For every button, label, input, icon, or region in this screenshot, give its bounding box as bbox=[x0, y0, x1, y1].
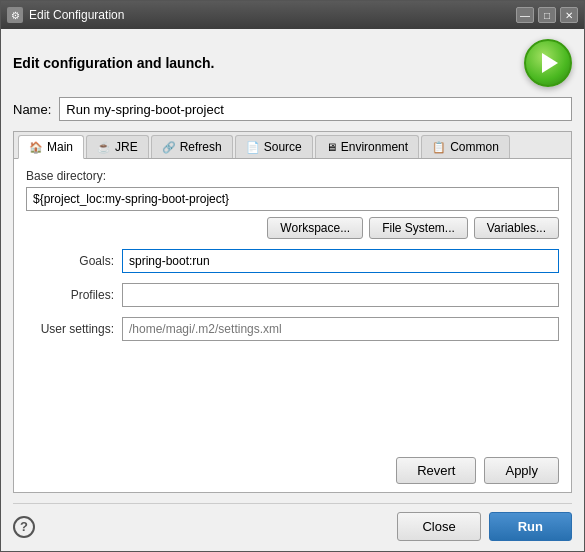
variables-button[interactable]: Variables... bbox=[474, 217, 559, 239]
base-directory-input[interactable] bbox=[26, 187, 559, 211]
user-settings-row: User settings: bbox=[26, 317, 559, 341]
run-button[interactable]: Run bbox=[489, 512, 572, 541]
action-buttons: Revert Apply bbox=[14, 451, 571, 492]
tabs-row: 🏠 Main ☕ JRE 🔗 Refresh 📄 Source 🖥 bbox=[14, 132, 571, 159]
name-row: Name: bbox=[13, 97, 572, 121]
close-window-button[interactable]: ✕ bbox=[560, 7, 578, 23]
window-body: Edit configuration and launch. Name: 🏠 M… bbox=[1, 29, 584, 503]
panel-content: Base directory: Workspace... File System… bbox=[14, 159, 571, 451]
close-button[interactable]: Close bbox=[397, 512, 480, 541]
user-settings-label: User settings: bbox=[26, 322, 114, 336]
footer-buttons: Close Run bbox=[397, 512, 572, 541]
base-directory-label: Base directory: bbox=[26, 169, 559, 183]
tab-common-label: Common bbox=[450, 140, 499, 154]
tab-environment[interactable]: 🖥 Environment bbox=[315, 135, 419, 158]
tab-main[interactable]: 🏠 Main bbox=[18, 135, 84, 159]
profiles-row: Profiles: bbox=[26, 283, 559, 307]
revert-button[interactable]: Revert bbox=[396, 457, 476, 484]
tab-refresh-label: Refresh bbox=[180, 140, 222, 154]
window-title: Edit Configuration bbox=[29, 8, 510, 22]
help-button[interactable]: ? bbox=[13, 516, 35, 538]
profiles-label: Profiles: bbox=[26, 288, 114, 302]
goals-input[interactable] bbox=[122, 249, 559, 273]
tab-jre-label: JRE bbox=[115, 140, 138, 154]
base-directory-section: Base directory: Workspace... File System… bbox=[26, 169, 559, 239]
profiles-input[interactable] bbox=[122, 283, 559, 307]
refresh-tab-icon: 🔗 bbox=[162, 141, 176, 154]
run-circle-button[interactable] bbox=[524, 39, 572, 87]
main-window: ⚙ Edit Configuration — □ ✕ Edit configur… bbox=[0, 0, 585, 552]
source-tab-icon: 📄 bbox=[246, 141, 260, 154]
tab-jre[interactable]: ☕ JRE bbox=[86, 135, 149, 158]
tab-main-label: Main bbox=[47, 140, 73, 154]
jre-tab-icon: ☕ bbox=[97, 141, 111, 154]
user-settings-input[interactable] bbox=[122, 317, 559, 341]
tab-environment-label: Environment bbox=[341, 140, 408, 154]
tab-source-label: Source bbox=[264, 140, 302, 154]
config-panel: 🏠 Main ☕ JRE 🔗 Refresh 📄 Source 🖥 bbox=[13, 131, 572, 493]
window-icon: ⚙ bbox=[7, 7, 23, 23]
goals-row: Goals: bbox=[26, 249, 559, 273]
header-row: Edit configuration and launch. bbox=[13, 39, 572, 87]
maximize-button[interactable]: □ bbox=[538, 7, 556, 23]
window-controls: — □ ✕ bbox=[516, 7, 578, 23]
common-tab-icon: 📋 bbox=[432, 141, 446, 154]
main-tab-icon: 🏠 bbox=[29, 141, 43, 154]
filesystem-button[interactable]: File System... bbox=[369, 217, 468, 239]
header-text: Edit configuration and launch. bbox=[13, 55, 214, 71]
tab-refresh[interactable]: 🔗 Refresh bbox=[151, 135, 233, 158]
footer-row: ? Close Run bbox=[1, 504, 584, 551]
goals-label: Goals: bbox=[26, 254, 114, 268]
environment-tab-icon: 🖥 bbox=[326, 141, 337, 153]
workspace-button[interactable]: Workspace... bbox=[267, 217, 363, 239]
tab-source[interactable]: 📄 Source bbox=[235, 135, 313, 158]
apply-button[interactable]: Apply bbox=[484, 457, 559, 484]
name-input[interactable] bbox=[59, 97, 572, 121]
directory-buttons: Workspace... File System... Variables... bbox=[26, 217, 559, 239]
name-label: Name: bbox=[13, 102, 51, 117]
tab-common[interactable]: 📋 Common bbox=[421, 135, 510, 158]
minimize-button[interactable]: — bbox=[516, 7, 534, 23]
title-bar: ⚙ Edit Configuration — □ ✕ bbox=[1, 1, 584, 29]
